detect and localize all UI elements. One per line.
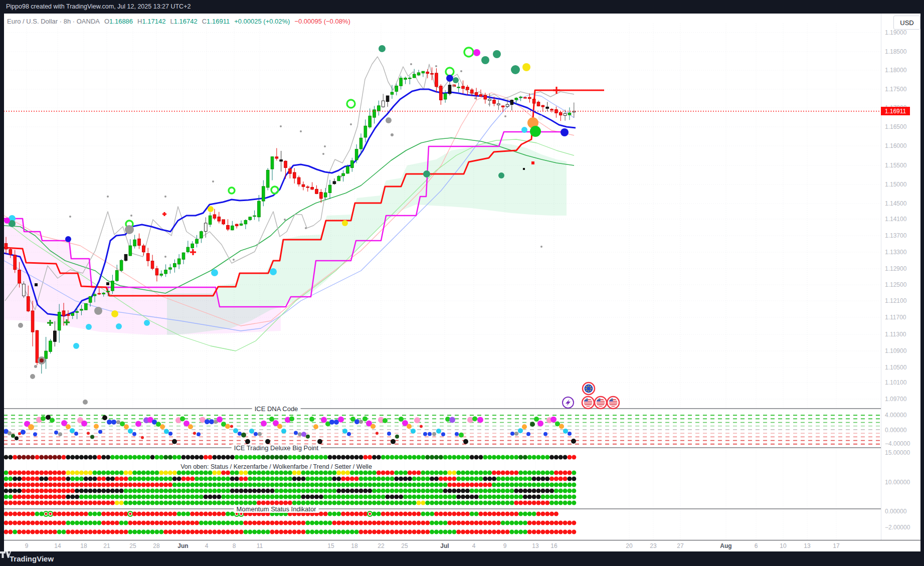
indicator-dot — [461, 489, 465, 493]
indicator-dot — [430, 512, 434, 516]
indicator-dot — [492, 489, 496, 493]
indicator-dot — [141, 530, 146, 534]
symbol-legend[interactable]: Euro / U.S. Dollar · 8h · OANDA O1.16886… — [4, 15, 353, 27]
indicator-dot — [381, 501, 386, 505]
indicator-dot — [386, 477, 390, 481]
indicator-dot — [394, 489, 399, 493]
indicator-dot — [425, 489, 430, 493]
pane-title-dna[interactable]: ICE DNA Code — [252, 405, 301, 413]
indicator-dot — [177, 483, 181, 487]
indicator-dot — [31, 477, 35, 481]
indicator-dot — [235, 501, 239, 505]
signal-dot — [86, 324, 92, 330]
indicator-dot — [417, 471, 421, 475]
candle-body — [124, 254, 127, 260]
indicator-dot — [310, 471, 314, 475]
economic-event-us-flag-icon[interactable] — [607, 397, 619, 409]
time-tick-label: 13 — [804, 542, 810, 549]
indicator-dot — [22, 489, 26, 493]
indicator-dot — [514, 483, 518, 487]
indicator-dot — [527, 530, 532, 534]
dna-dot — [420, 425, 423, 428]
indicator-dot — [536, 455, 541, 460]
economic-event-lightning-icon[interactable] — [563, 397, 574, 408]
indicator-dot — [523, 471, 527, 475]
indicator-dot — [243, 501, 248, 505]
indicator-dot — [456, 477, 461, 481]
economic-event-us-flag-icon[interactable] — [595, 397, 607, 409]
symbol-title[interactable]: Euro / U.S. Dollar · 8h · OANDA — [7, 18, 100, 25]
indicator-dot — [390, 489, 394, 493]
economic-event-icons[interactable] — [563, 383, 619, 409]
indicator-dot — [292, 455, 297, 460]
indicator-dot — [559, 501, 563, 505]
candle-body — [249, 217, 252, 220]
dna-dot — [313, 424, 318, 429]
indicator-dot — [8, 489, 13, 493]
indicator-dot — [549, 489, 554, 493]
signal-dot — [342, 220, 348, 226]
indicator-dot — [248, 455, 252, 460]
indicator-dot — [336, 483, 341, 487]
indicator-dot — [4, 501, 9, 505]
indicator-dot — [70, 471, 75, 475]
indicator-dot — [572, 489, 576, 493]
indicator-dot — [448, 521, 452, 525]
indicator-dot — [417, 521, 421, 525]
indicator-dot — [523, 477, 527, 481]
dna-dot — [261, 421, 267, 427]
indicator-dot — [430, 501, 434, 505]
indicator-dot — [177, 521, 181, 525]
time-tick-label: 18 — [351, 542, 357, 549]
indicator-dot — [336, 477, 341, 481]
dna-dot — [141, 436, 144, 439]
dna-dot — [269, 417, 274, 422]
indicator-dot — [305, 471, 310, 475]
pane-title-bigpoint[interactable]: ICE Trading Deluxe Big Point — [232, 444, 321, 452]
indicator-dot — [217, 521, 221, 525]
candle-body — [204, 223, 207, 231]
economic-event-eu-flag-icon[interactable] — [583, 383, 595, 395]
indicator-dot — [35, 501, 39, 505]
indicator-dot — [509, 455, 514, 460]
indicator-dot — [314, 501, 319, 505]
candle-body — [244, 221, 247, 224]
indicator-dot — [430, 483, 434, 487]
tradingview-logo-icon[interactable] — [0, 551, 11, 560]
indicator-dot — [239, 483, 244, 487]
indicator-dot — [199, 495, 204, 499]
currency-toggle-button[interactable]: USD — [893, 16, 920, 30]
indicator-dot — [501, 483, 505, 487]
indicator-dot — [341, 477, 345, 481]
signal-ring — [229, 187, 235, 194]
indicator-dot — [540, 483, 545, 487]
indicator-dot — [141, 512, 146, 516]
dna-dot — [383, 418, 388, 423]
indicator-dot — [53, 477, 57, 481]
signal-square — [523, 168, 525, 170]
indicator-dot — [341, 501, 345, 505]
pane-title-momentum[interactable]: Momentum Status Indikator — [234, 505, 319, 513]
candle-body — [62, 311, 65, 316]
price-tick-label: 1.18000 — [885, 67, 906, 74]
indicator-dot — [456, 455, 461, 460]
indicator-dot — [106, 512, 110, 516]
indicator-dot — [84, 471, 88, 475]
indicator-dot — [465, 521, 470, 525]
indicator-dot — [146, 455, 150, 460]
indicator-dot — [35, 512, 39, 516]
tradingview-logo-text[interactable]: TradingView — [10, 554, 54, 563]
indicator-dot — [115, 477, 119, 481]
indicator-dot — [274, 489, 279, 493]
chart-canvas[interactable] — [0, 0, 924, 566]
indicator-dot — [532, 512, 536, 516]
indicator-dot — [44, 477, 48, 481]
indicator-dot — [190, 530, 195, 534]
indicator-dot — [408, 512, 412, 516]
indicator-dot — [48, 455, 53, 460]
indicator-dot — [554, 489, 559, 493]
last-price-badge: 1.16911 — [881, 107, 910, 115]
economic-event-us-flag-icon[interactable] — [582, 397, 594, 409]
indicator-dot — [430, 521, 434, 525]
indicator-dot — [66, 521, 70, 525]
